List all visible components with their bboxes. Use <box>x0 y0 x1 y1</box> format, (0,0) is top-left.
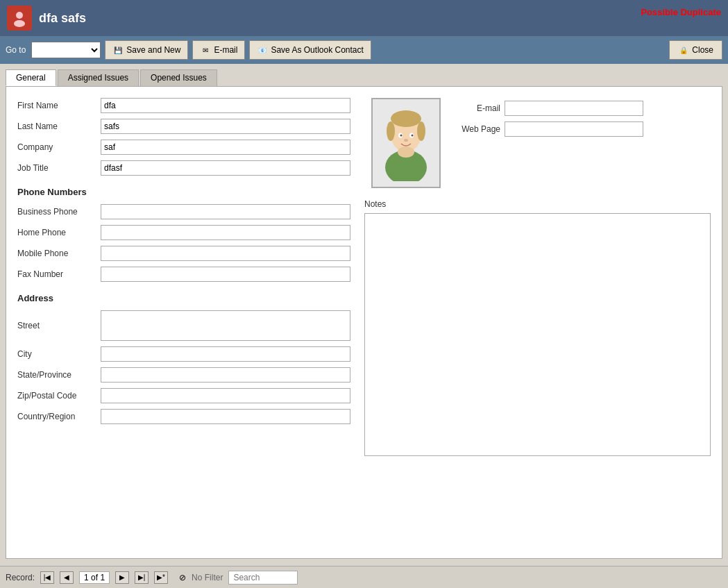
mobile-phone-input[interactable] <box>101 246 350 261</box>
business-phone-label: Business Phone <box>17 207 101 217</box>
goto-label: Go to <box>6 45 26 55</box>
job-title-input[interactable] <box>101 160 350 176</box>
address-header: Address <box>17 293 350 303</box>
close-button[interactable]: 🔒 Close <box>669 40 722 60</box>
country-row: Country/Region <box>17 409 350 424</box>
toolbar: Go to 💾 Save and New ✉ E-mail 📧 Save As … <box>0 36 728 64</box>
first-name-input[interactable] <box>101 98 350 113</box>
app-title: dfa safs <box>39 11 86 26</box>
record-label: Record: <box>6 573 35 582</box>
mobile-phone-row: Mobile Phone <box>17 246 350 261</box>
form-container: First Name Last Name Company Job Title P… <box>17 98 711 458</box>
svg-point-2 <box>14 20 25 27</box>
email-button[interactable]: ✉ E-mail <box>192 40 245 60</box>
save-outlook-button[interactable]: 📧 Save As Outlook Contact <box>249 40 371 60</box>
last-name-input[interactable] <box>101 119 350 134</box>
title-bar: dfa safs Possible Duplicate <box>0 0 728 36</box>
tab-bar: General Assigned Issues Opened Issues <box>6 69 722 86</box>
save-and-new-button[interactable]: 💾 Save and New <box>105 40 188 60</box>
business-phone-input[interactable] <box>101 204 350 219</box>
close-label: Close <box>692 45 713 55</box>
svg-point-13 <box>404 139 408 142</box>
next-record-button[interactable]: ▶ <box>115 571 129 584</box>
possible-duplicate: Possible Duplicate <box>641 7 721 17</box>
webpage-input[interactable] <box>505 121 643 137</box>
mobile-phone-label: Mobile Phone <box>17 249 101 258</box>
svg-point-8 <box>398 146 414 158</box>
job-title-row: Job Title <box>17 160 350 176</box>
outlook-icon: 📧 <box>257 44 268 56</box>
company-row: Company <box>17 140 350 155</box>
home-phone-input[interactable] <box>101 225 350 240</box>
avatar-email-section: E-mail Web Page <box>364 98 711 188</box>
notes-label: Notes <box>364 199 711 209</box>
street-label: Street <box>17 321 101 330</box>
state-label: State/Province <box>17 370 101 380</box>
filter-icon: ⊘ <box>179 573 186 582</box>
record-number: 1 of 1 <box>79 571 110 584</box>
svg-point-1 <box>16 12 23 19</box>
webpage-label: Web Page <box>452 124 500 134</box>
country-input[interactable] <box>101 409 350 424</box>
home-phone-label: Home Phone <box>17 228 101 237</box>
last-name-row: Last Name <box>17 119 350 134</box>
app-icon <box>7 6 32 31</box>
avatar <box>371 98 441 188</box>
first-name-label: First Name <box>17 101 101 110</box>
tab-content: First Name Last Name Company Job Title P… <box>6 86 722 559</box>
email-row: E-mail <box>452 101 643 116</box>
goto-select[interactable] <box>31 42 101 58</box>
email-input[interactable] <box>505 101 643 116</box>
city-label: City <box>17 349 101 359</box>
new-record-button[interactable]: ▶* <box>154 571 168 584</box>
close-icon: 🔒 <box>678 44 689 56</box>
zip-row: Zip/Postal Code <box>17 388 350 403</box>
company-input[interactable] <box>101 140 350 155</box>
job-title-label: Job Title <box>17 163 101 173</box>
street-input[interactable] <box>101 310 350 341</box>
fax-number-row: Fax Number <box>17 267 350 282</box>
email-btn-label: E-mail <box>214 45 237 55</box>
notes-textarea[interactable] <box>364 213 711 456</box>
notes-section: Notes <box>364 199 711 458</box>
country-label: Country/Region <box>17 412 101 421</box>
status-bar: Record: |◀ ◀ 1 of 1 ▶ ▶| ▶* ⊘ No Filter <box>0 566 728 588</box>
save-outlook-label: Save As Outlook Contact <box>271 45 363 55</box>
right-panel: E-mail Web Page Notes <box>364 98 711 458</box>
fax-number-label: Fax Number <box>17 269 101 279</box>
fax-number-input[interactable] <box>101 267 350 282</box>
svg-point-12 <box>412 135 414 137</box>
phone-numbers-header: Phone Numbers <box>17 187 350 197</box>
tab-general[interactable]: General <box>6 69 56 86</box>
street-row: Street <box>17 310 350 341</box>
left-panel: First Name Last Name Company Job Title P… <box>17 98 350 458</box>
email-fields-section: E-mail Web Page <box>452 98 643 188</box>
svg-point-6 <box>387 121 395 141</box>
svg-point-7 <box>417 121 425 141</box>
state-row: State/Province <box>17 367 350 383</box>
email-icon: ✉ <box>200 44 211 56</box>
first-name-row: First Name <box>17 98 350 113</box>
search-input[interactable] <box>228 571 298 585</box>
save-new-label: Save and New <box>126 45 180 55</box>
state-input[interactable] <box>101 367 350 383</box>
save-new-icon: 💾 <box>112 44 124 56</box>
main-content: General Assigned Issues Opened Issues Fi… <box>0 64 728 566</box>
company-label: Company <box>17 142 101 152</box>
last-name-label: Last Name <box>17 121 101 131</box>
email-field-label: E-mail <box>452 103 500 113</box>
zip-input[interactable] <box>101 388 350 403</box>
tab-assigned-issues[interactable]: Assigned Issues <box>58 69 139 86</box>
city-input[interactable] <box>101 346 350 362</box>
no-filter-label: No Filter <box>192 573 223 582</box>
first-record-button[interactable]: |◀ <box>40 571 54 584</box>
webpage-row: Web Page <box>452 121 643 137</box>
city-row: City <box>17 346 350 362</box>
last-record-button[interactable]: ▶| <box>135 571 149 584</box>
tab-opened-issues[interactable]: Opened Issues <box>140 69 217 86</box>
zip-label: Zip/Postal Code <box>17 391 101 401</box>
svg-point-11 <box>400 135 403 137</box>
home-phone-row: Home Phone <box>17 225 350 240</box>
prev-record-button[interactable]: ◀ <box>60 571 74 584</box>
svg-point-5 <box>391 110 421 127</box>
